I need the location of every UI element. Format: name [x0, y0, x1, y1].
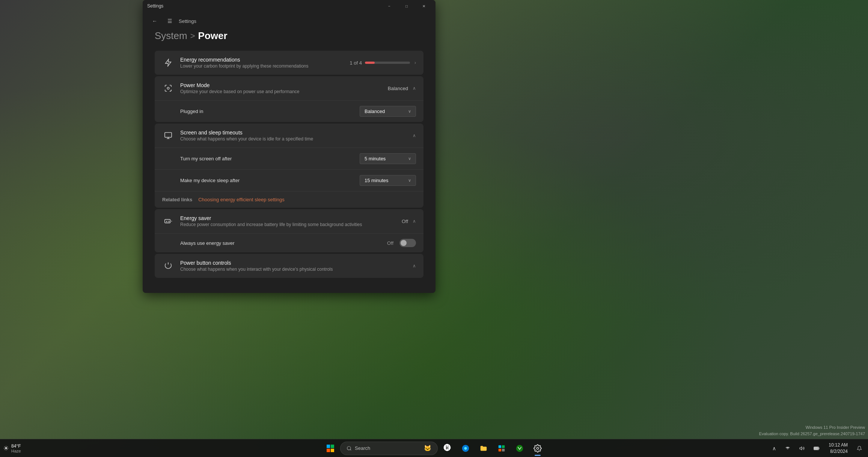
plugged-in-label: Plugged in: [180, 109, 360, 114]
svg-rect-16: [814, 447, 818, 449]
turn-off-screen-dropdown[interactable]: 5 minutes ∨: [360, 153, 416, 164]
sleep-after-dropdown[interactable]: 15 minutes ∨: [360, 175, 416, 186]
tray-expand-button[interactable]: ∧: [769, 439, 779, 457]
volume-icon[interactable]: [796, 439, 808, 457]
plugged-in-dropdown[interactable]: Balanced ∨: [360, 106, 416, 117]
window-title: Settings: [147, 3, 163, 9]
settings-logo-icon: [533, 444, 542, 452]
always-energy-saver-label: Always use energy saver: [180, 240, 387, 246]
related-links-label: Related links: [162, 197, 192, 202]
turn-off-screen-row: Turn my screen off after 5 minutes ∨: [155, 148, 423, 169]
screen-sleep-header-row[interactable]: Screen and sleep timeouts Choose what ha…: [155, 124, 423, 148]
windows-logo-icon: [327, 445, 334, 452]
svg-rect-10: [499, 448, 501, 451]
maximize-button[interactable]: □: [398, 0, 415, 12]
hamburger-button[interactable]: ☰: [164, 15, 176, 27]
power-mode-title: Power Mode: [180, 82, 388, 88]
taskbar-edge-icon[interactable]: [457, 440, 474, 457]
svg-rect-11: [502, 448, 505, 451]
always-energy-saver-row: Always use energy saver Off: [155, 233, 423, 252]
breadcrumb-parent[interactable]: System: [155, 30, 187, 42]
svg-rect-4: [331, 445, 334, 448]
taskbar-tray: ∧ 10:12 AM 8/2/2024: [769, 439, 865, 457]
clock-area[interactable]: 10:12 AM 8/2/2024: [826, 439, 851, 457]
energy-rec-info: Energy recommendations Lower your carbon…: [180, 57, 350, 69]
power-mode-value: Balanced: [388, 86, 408, 91]
progress-fill: [365, 62, 375, 64]
settings-window: Settings − □ ✕ ← ☰ Settings System > Po: [143, 0, 436, 293]
dropdown-arrow-icon: ∨: [408, 178, 411, 183]
power-button-title: Power button controls: [180, 260, 413, 266]
energy-saver-toggle-group: Off: [387, 239, 416, 247]
close-button[interactable]: ✕: [415, 0, 432, 12]
weather-condition: Haze: [11, 449, 21, 453]
energy-saver-chevron: ∧: [413, 219, 416, 224]
weather-widget[interactable]: ☀ 84°F Haze: [0, 442, 24, 455]
notification-button[interactable]: [854, 439, 865, 457]
taskbar-center: Search 🐱 🅦: [322, 440, 546, 457]
title-bar: Settings − □ ✕: [143, 0, 436, 12]
power-button-card: Power button controls Choose what happen…: [155, 254, 423, 278]
energy-saver-title: Energy saver: [180, 215, 402, 221]
system-info: Windows 11 Pro Insider Preview Evaluatio…: [759, 424, 865, 437]
svg-rect-9: [502, 445, 505, 448]
edge-logo-icon: [461, 444, 470, 452]
tray-expand-icon: ∧: [772, 445, 776, 451]
energy-saver-header-row[interactable]: Energy saver Reduce power consumption an…: [155, 209, 423, 233]
back-button[interactable]: ←: [149, 15, 161, 27]
search-bar[interactable]: Search 🐱: [340, 442, 438, 455]
power-mode-header-row[interactable]: Power Mode Optimize your device based on…: [155, 76, 423, 100]
taskbar-xbox-icon[interactable]: [511, 440, 528, 457]
taskbar-store-icon[interactable]: [493, 440, 510, 457]
power-button-subtitle: Choose what happens when you interact wi…: [180, 267, 413, 272]
wifi-icon: [785, 446, 790, 451]
power-mode-icon: [162, 82, 174, 94]
xbox-logo-icon: [515, 444, 524, 452]
svg-point-7: [347, 446, 351, 449]
screen-sleep-info: Screen and sleep timeouts Choose what ha…: [180, 130, 413, 142]
power-button-header-row[interactable]: Power button controls Choose what happen…: [155, 254, 423, 278]
notification-icon: [857, 446, 862, 451]
energy-rec-icon: [162, 57, 174, 69]
clock-time: 10:12 AM: [829, 442, 848, 448]
energy-saver-toggle[interactable]: [399, 239, 416, 247]
start-button[interactable]: [322, 440, 339, 457]
taskbar-folder-icon[interactable]: [475, 440, 492, 457]
energy-rec-right: 1 of 4 ›: [350, 60, 416, 66]
network-icon[interactable]: [782, 439, 793, 457]
energy-recommendations-row[interactable]: Energy recommendations Lower your carbon…: [155, 51, 423, 75]
toggle-knob: [401, 240, 407, 246]
taskbar-settings-icon[interactable]: [529, 440, 546, 457]
power-mode-card: Power Mode Optimize your device based on…: [155, 76, 423, 122]
screen-sleep-right: ∧: [413, 133, 416, 138]
svg-point-13: [536, 447, 539, 449]
folder-logo-icon: [479, 444, 488, 452]
svg-rect-5: [327, 448, 330, 452]
svg-rect-3: [327, 445, 330, 448]
energy-badge: 1 of 4: [350, 60, 362, 66]
energy-saver-icon: [162, 215, 174, 227]
energy-saver-value: Off: [402, 219, 408, 224]
svg-marker-14: [800, 446, 802, 449]
energy-saver-toggle-label: Off: [387, 240, 393, 246]
window-controls: − □ ✕: [381, 0, 432, 12]
svg-point-0: [167, 87, 169, 89]
progress-track: [365, 62, 410, 64]
sleep-after-row: Make my device sleep after 15 minutes ∨: [155, 169, 423, 191]
search-icon: [347, 446, 352, 451]
weather-icon: ☀: [3, 444, 9, 452]
battery-tray-icon[interactable]: [811, 439, 823, 457]
power-mode-chevron: ∧: [413, 86, 416, 91]
minimize-button[interactable]: −: [381, 0, 398, 12]
sleep-after-label: Make my device sleep after: [180, 178, 360, 183]
energy-rec-subtitle: Lower your carbon footprint by applying …: [180, 63, 350, 69]
weather-info: 84°F Haze: [11, 443, 21, 453]
page-content: System > Power Energy recommendations Lo…: [143, 30, 436, 289]
taskbar: ☀ 84°F Haze Search 🐱 🅦: [0, 439, 868, 457]
svg-rect-2: [165, 219, 170, 223]
clock: 10:12 AM 8/2/2024: [829, 442, 848, 455]
nav-app-title: Settings: [179, 18, 196, 24]
related-link-sleep[interactable]: Choosing energy efficient sleep settings: [198, 197, 285, 202]
search-app-icon: 🐱: [424, 445, 431, 452]
taskbar-vpn-icon[interactable]: 🅦: [439, 440, 456, 457]
